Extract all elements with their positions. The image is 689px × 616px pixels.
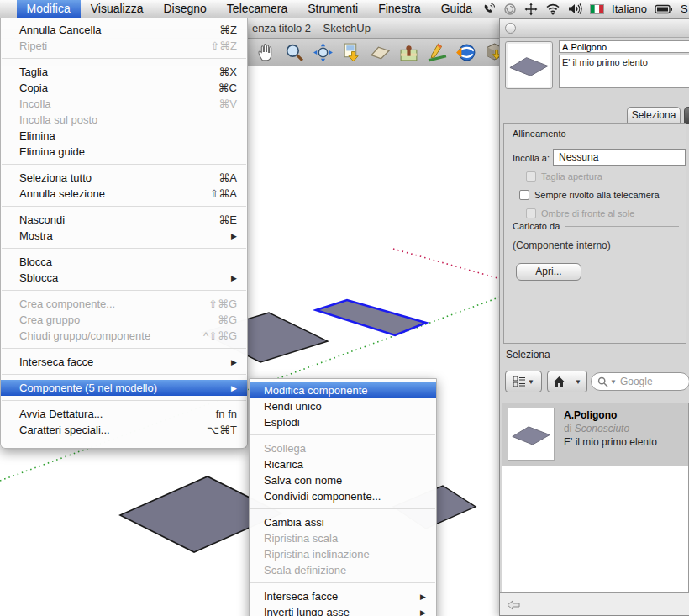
component-list[interactable]: A.Poligono di Sconosciuto E' il mio prim… [502, 403, 689, 592]
menu-item-caratteri-speciali[interactable]: Caratteri speciali...⌥⌘T [1, 422, 247, 438]
menu-item-elimina-guide[interactable]: Elimina guide [1, 144, 247, 160]
submenu-item-scala-definizione: Scala definizione [250, 562, 436, 578]
submenu-arrow-icon: ▶ [231, 358, 237, 366]
battery-status-icon[interactable] [655, 4, 673, 14]
menubar-item-disegno[interactable]: Disegno [153, 0, 216, 18]
menu-separator [250, 508, 435, 509]
cut-opening-checkbox [526, 171, 536, 182]
menu-item-annulla-selezione[interactable]: Annulla selezione⇧⌘A [1, 186, 247, 202]
menu-item-label: Interseca facce [19, 355, 93, 368]
submenu-item-condividi-componente[interactable]: Condividi componente... [250, 488, 436, 504]
menu-item-componente[interactable]: Componente (5 nel modello)▶ [1, 380, 247, 396]
submenu-item-salva-con-nome[interactable]: Salva con nome [250, 472, 436, 488]
panel-titlebar[interactable] [500, 19, 689, 38]
component-name-field[interactable] [559, 40, 689, 53]
volume-status-icon[interactable] [568, 3, 582, 15]
loaded-from-label-text: Caricato da [513, 221, 560, 231]
menubar-clock[interactable]: S [681, 3, 689, 15]
sync-status-icon[interactable] [503, 3, 517, 16]
menubar-status-area: Italiano S [482, 0, 689, 18]
menu-item-seleziona-tutto[interactable]: Seleziona tutto⌘A [1, 170, 247, 186]
menu-item-annulla-cancella[interactable]: Annulla Cancella⌘Z [1, 22, 247, 38]
list-view-icon [513, 376, 526, 387]
component-selected[interactable] [316, 300, 426, 335]
phone-status-icon[interactable] [482, 3, 496, 16]
checkbox-label: Ombre di fronte al sole [541, 208, 634, 218]
menu-item-shortcut: ⇧⌘A [209, 187, 237, 200]
menu-item-interseca-facce[interactable]: Interseca facce▶ [1, 354, 247, 370]
tab-cutoff[interactable] [684, 107, 689, 124]
language-menu[interactable]: Italiano [612, 3, 647, 15]
menu-item-label: Avvia Dettatura... [19, 408, 103, 420]
system-menubar: Modifica Visualizza Disegno Telecamera S… [0, 0, 689, 18]
menu-item-label: Chiudi gruppo/componente [19, 329, 150, 342]
menubar-item-guida[interactable]: Guida [431, 0, 482, 18]
list-item-author: di Sconosciuto [564, 423, 629, 434]
submenu-item-rendi-unico[interactable]: Rendi unico [250, 398, 436, 414]
zoom-tool-icon[interactable] [284, 42, 305, 63]
menubar-item-modifica[interactable]: Modifica [17, 0, 81, 18]
menu-item-label: Esplodi [264, 416, 300, 429]
zoom-extents-icon[interactable] [313, 42, 334, 63]
menu-item-shortcut: ⌘Z [219, 24, 237, 36]
menubar-item-telecamera[interactable]: Telecamera [217, 0, 297, 18]
menu-item-label: Blocca [19, 255, 52, 268]
close-icon[interactable] [505, 23, 516, 34]
glue-to-select[interactable]: Nessuna [553, 149, 686, 166]
menu-item-copia[interactable]: Copia⌘C [1, 80, 247, 96]
red-axis-line [393, 249, 501, 279]
open-button[interactable]: Apri... [516, 263, 581, 281]
export-image-icon[interactable] [341, 42, 362, 63]
view-options-button[interactable]: ▼ [505, 371, 542, 392]
menu-item-shortcut: ^⇧⌘G [203, 329, 237, 342]
wifi-status-icon[interactable] [545, 3, 560, 15]
pan-tool-icon[interactable] [255, 42, 276, 63]
menu-separator [2, 348, 246, 349]
alignment-group-label: Allineamento [513, 129, 679, 139]
submenu-item-ricarica[interactable]: Ricarica [250, 456, 436, 472]
search-input[interactable] [618, 375, 677, 388]
search-scope-arrow-icon[interactable]: ▼ [610, 378, 617, 386]
home-button[interactable] [547, 371, 571, 392]
submenu-item-modifica-componente[interactable]: Modifica componente [250, 382, 436, 398]
menu-item-mostra[interactable]: Mostra▶ [1, 228, 247, 244]
submenu-item-interseca-facce[interactable]: Interseca facce▶ [250, 588, 436, 604]
menu-item-shortcut: ⇧⌘G [208, 297, 237, 310]
menubar-item-visualizza[interactable]: Visualizza [81, 0, 154, 18]
menu-item-blocca[interactable]: Blocca [1, 254, 247, 270]
menu-item-elimina[interactable]: Elimina [1, 128, 247, 144]
menu-item-nascondi[interactable]: Nascondi⌘E [1, 212, 247, 228]
tab-seleziona[interactable]: Seleziona [627, 107, 681, 124]
menu-item-label: Annulla Cancella [19, 24, 102, 36]
menu-item-avvia-dettatura[interactable]: Avvia Dettatura...fn fn [1, 406, 247, 422]
back-arrow-icon[interactable] [507, 598, 520, 612]
component-description-field[interactable]: E' il mio primo elento [559, 55, 689, 88]
menu-item-label: Elimina guide [19, 145, 85, 158]
navigation-dropdown-button[interactable]: ▼ [570, 371, 587, 392]
italian-flag-icon[interactable] [590, 4, 604, 14]
add-location-icon[interactable] [398, 42, 419, 63]
menu-item-label: Copia [19, 82, 48, 94]
list-item[interactable]: A.Poligono di Sconosciuto E' il mio prim… [502, 403, 688, 466]
menu-item-shortcut: ⌘X [218, 66, 237, 78]
search-field[interactable]: ▼ [591, 372, 689, 391]
menu-item-shortcut: ⇧⌘Z [210, 39, 237, 52]
submenu-item-esplodi[interactable]: Esplodi [250, 414, 436, 430]
face-tool-icon[interactable] [370, 42, 391, 63]
dropdown-arrow-icon: ▼ [575, 378, 581, 386]
submenu-item-cambia-assi[interactable]: Cambia assi [250, 514, 436, 530]
component-preview [505, 41, 553, 89]
menu-item-chiudi-gruppo-componente: Chiudi gruppo/componente^⇧⌘G [1, 328, 247, 344]
google-earth-icon[interactable] [455, 42, 476, 63]
menubar-item-finestra[interactable]: Finestra [368, 0, 431, 18]
sandbox-tool-icon[interactable] [427, 42, 448, 63]
move-status-icon[interactable] [524, 3, 538, 16]
submenu-item-inverti-lungo-asse[interactable]: Inverti lungo asse▶ [250, 604, 436, 616]
menubar-item-strumenti[interactable]: Strumenti [297, 0, 368, 18]
menu-item-taglia[interactable]: Taglia⌘X [1, 64, 247, 80]
menu-item-sblocca[interactable]: Sblocca▶ [1, 270, 247, 286]
menu-separator [2, 400, 246, 401]
checkbox-row-sempre-rivolto[interactable]: Sempre rivolto alla telecamera [519, 190, 660, 200]
face-camera-checkbox[interactable] [519, 190, 529, 200]
author-name: Sconosciuto [575, 423, 629, 434]
